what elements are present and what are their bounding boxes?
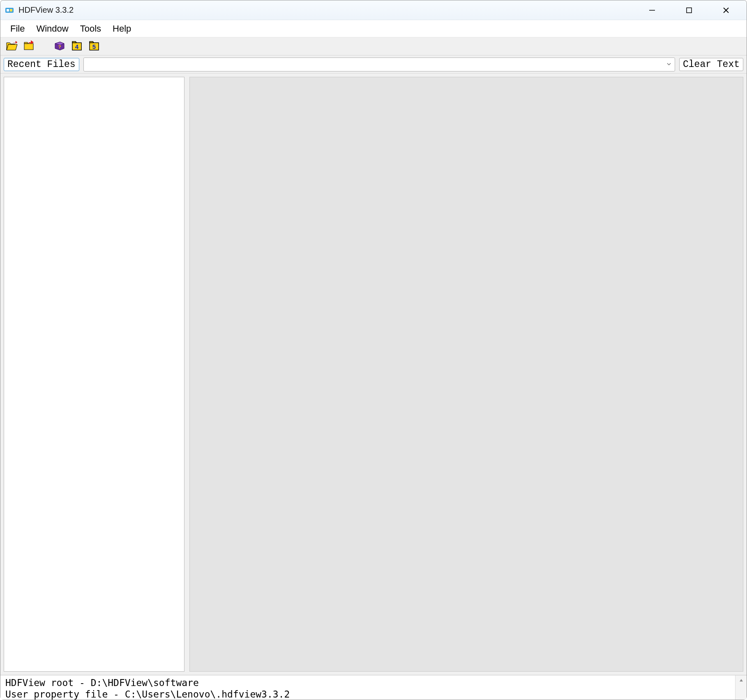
maximize-button[interactable] bbox=[677, 2, 701, 18]
log-line-1: HDFView root - D:\HDFView\software bbox=[5, 677, 199, 688]
log-line-2: User property file - C:\Users\Lenovo\.hd… bbox=[5, 689, 290, 700]
help-book-icon: ? bbox=[53, 40, 66, 53]
menubar: File Window Tools Help bbox=[0, 20, 747, 37]
file-tree-panel[interactable] bbox=[4, 77, 184, 672]
close-file-button[interactable] bbox=[22, 40, 37, 53]
toolbar: ? 4 5 bbox=[0, 37, 747, 55]
recent-files-combo[interactable] bbox=[83, 58, 675, 71]
close-file-icon bbox=[23, 40, 35, 53]
open-file-icon bbox=[6, 40, 18, 53]
log-scrollbar[interactable] bbox=[735, 675, 747, 700]
svg-marker-21 bbox=[740, 679, 743, 682]
svg-marker-10 bbox=[24, 42, 28, 44]
svg-text:?: ? bbox=[58, 44, 61, 49]
menu-file[interactable]: File bbox=[5, 21, 30, 37]
window-controls bbox=[640, 2, 742, 18]
svg-text:4: 4 bbox=[75, 43, 79, 50]
open-file-button[interactable] bbox=[5, 40, 19, 53]
svg-marker-16 bbox=[72, 41, 76, 43]
menu-tools[interactable]: Tools bbox=[74, 21, 107, 37]
log-text: HDFView root - D:\HDFView\software User … bbox=[0, 675, 735, 700]
new-hdf4-button[interactable]: 4 bbox=[69, 40, 84, 53]
minimize-button[interactable] bbox=[640, 2, 664, 18]
recent-files-row: Recent Files Clear Text bbox=[0, 55, 747, 74]
window-title: HDFView 3.3.2 bbox=[18, 5, 74, 15]
svg-marker-19 bbox=[90, 41, 94, 43]
chevron-down-icon bbox=[666, 61, 671, 68]
svg-rect-4 bbox=[687, 8, 692, 13]
clear-text-button[interactable]: Clear Text bbox=[679, 58, 743, 71]
app-icon bbox=[5, 5, 14, 15]
log-panel: HDFView root - D:\HDFView\software User … bbox=[0, 675, 747, 700]
help-book-button[interactable]: ? bbox=[52, 40, 67, 53]
app-window: HDFView 3.3.2 File Window Tools Help bbox=[0, 0, 747, 700]
menu-window[interactable]: Window bbox=[30, 21, 74, 37]
close-button[interactable] bbox=[714, 2, 738, 18]
svg-rect-1 bbox=[7, 9, 9, 12]
menu-help[interactable]: Help bbox=[107, 21, 137, 37]
new-hdf5-button[interactable]: 5 bbox=[87, 40, 101, 53]
titlebar: HDFView 3.3.2 bbox=[0, 0, 747, 20]
svg-rect-9 bbox=[24, 44, 33, 50]
scroll-up-icon bbox=[739, 677, 744, 684]
main-area bbox=[0, 74, 747, 675]
recent-files-button[interactable]: Recent Files bbox=[4, 58, 79, 71]
svg-rect-2 bbox=[10, 9, 12, 12]
content-panel[interactable] bbox=[189, 77, 743, 672]
hdf4-icon: 4 bbox=[71, 40, 83, 53]
hdf5-icon: 5 bbox=[88, 40, 100, 53]
svg-text:5: 5 bbox=[92, 43, 96, 50]
